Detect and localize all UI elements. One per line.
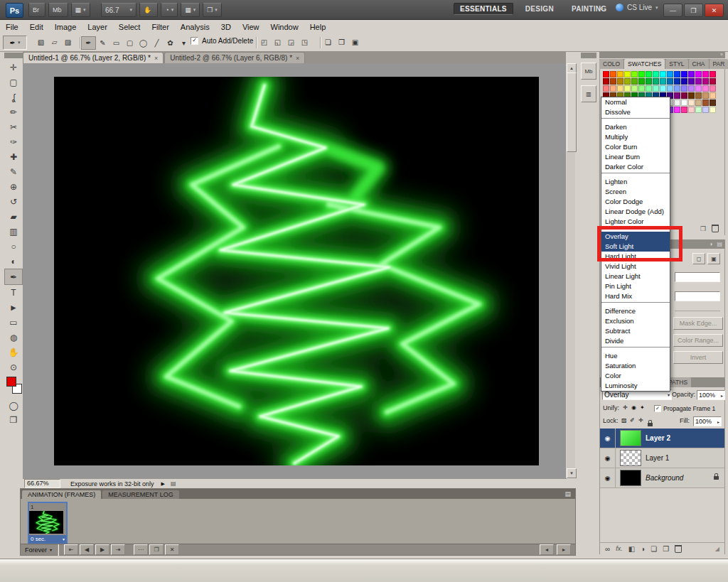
panel-dock-header[interactable]: » (599, 52, 725, 58)
swatch[interactable] (702, 78, 709, 85)
frame-delay-selector[interactable]: 0 sec. ▾ (29, 535, 66, 543)
zoom-level-field[interactable]: 66.7 ▾ (101, 3, 136, 17)
line-shape-icon[interactable]: ╱ (150, 37, 164, 49)
swatch[interactable] (638, 71, 645, 77)
auto-add-delete-checkbox[interactable]: ✓ (191, 37, 198, 45)
swatch[interactable] (638, 78, 645, 85)
dodge-tool[interactable]: ◐ (5, 254, 22, 269)
layer-row-layer-1[interactable]: ◉ Layer 1 (600, 448, 724, 468)
blend-mode-option[interactable]: Darker Color (601, 162, 670, 173)
swatch[interactable] (710, 92, 716, 99)
fill-pixels-icon[interactable]: ▨ (61, 36, 75, 48)
workspace-painting[interactable]: PAINTING (566, 4, 612, 14)
swatch[interactable] (603, 78, 609, 85)
invert-button[interactable]: Invert (673, 351, 723, 364)
shape-options-caret[interactable]: ▾ (177, 37, 191, 49)
doc-tab-untitled-1[interactable]: Untitled-1 @ 66.7% (Layer 2, RGB/8) * × (23, 52, 164, 63)
swatch[interactable] (681, 71, 687, 77)
blend-mode-option[interactable]: Lighten (601, 177, 670, 187)
blend-mode-option[interactable]: Screen (601, 187, 670, 197)
swatch[interactable] (638, 85, 645, 92)
swatch[interactable] (702, 71, 709, 77)
tween-button[interactable]: ⋯ (134, 544, 148, 555)
scroll-down-arrow[interactable]: ▼ (567, 468, 577, 478)
swatch[interactable] (624, 78, 631, 85)
swatch[interactable] (631, 71, 638, 77)
menu-window[interactable]: Window (265, 21, 304, 33)
marquee-tool[interactable]: ▢ (5, 75, 22, 90)
swatch[interactable] (667, 71, 673, 77)
quick-selection-tool[interactable]: ✏ (5, 104, 22, 119)
more-workspaces-button[interactable]: » (599, 4, 603, 12)
close-button[interactable]: ✕ (705, 4, 724, 17)
blend-mode-option[interactable]: Luminosity (601, 381, 670, 391)
blend-mode-option[interactable]: Darken (601, 122, 670, 132)
dock-collapse-bar[interactable] (581, 53, 596, 58)
animation-frame-1[interactable]: 1 0 sec. ▾ (28, 502, 68, 544)
blend-mode-option[interactable]: Multiply (601, 132, 670, 142)
menu-image[interactable]: Image (49, 21, 82, 33)
zoom-percentage-field[interactable]: 66.67% (24, 479, 60, 488)
adjustment-layer-icon[interactable]: ◑ (641, 545, 645, 553)
status-menu-icon[interactable]: ▤ (171, 480, 176, 487)
swatch[interactable] (610, 71, 616, 77)
blend-mode-option[interactable]: Difference (601, 306, 670, 316)
swatch[interactable] (688, 85, 695, 92)
panel-tab-cha[interactable]: CHA (689, 59, 709, 69)
lock-paint-icon[interactable]: ✐ (630, 417, 635, 424)
fill-field[interactable]: 100% ▸ (693, 416, 722, 426)
blend-mode-option[interactable]: Exclusion (601, 316, 670, 326)
vector-mask-button[interactable]: ▣ (707, 253, 720, 264)
rotate-view-button[interactable]: ◔▾ (161, 3, 178, 17)
swatch[interactable] (660, 78, 666, 85)
swatch[interactable] (653, 85, 659, 92)
layer-thumbnail[interactable] (620, 470, 641, 486)
swatch[interactable] (695, 92, 702, 99)
blend-mode-option[interactable]: Linear Burn (601, 152, 670, 162)
first-frame-button[interactable]: ⇤ (64, 544, 78, 555)
swatch[interactable] (667, 85, 673, 92)
healing-brush-tool[interactable]: ✚ (5, 149, 22, 164)
new-layer-icon[interactable]: ❐ (663, 545, 669, 553)
swatch[interactable] (688, 99, 695, 106)
swatch[interactable] (710, 99, 716, 106)
history-brush-tool[interactable]: ↺ (5, 194, 22, 209)
menu-3d[interactable]: 3D (215, 21, 237, 33)
eraser-tool[interactable]: ▰ (5, 209, 22, 224)
tab-measurement-log[interactable]: MEASUREMENT LOG (102, 490, 178, 499)
opacity-field[interactable]: 100% ▸ (697, 390, 725, 400)
menu-select[interactable]: Select (113, 21, 146, 33)
hand-tool[interactable]: ✋ (5, 345, 22, 360)
adjustments-panel-icon[interactable]: ◑ (710, 241, 713, 247)
move-tool[interactable]: ✛ (5, 60, 22, 75)
dock-panel-icon-2[interactable]: ❐ (335, 36, 348, 48)
lock-all-icon[interactable] (648, 423, 653, 426)
app-logo[interactable]: Ps (6, 3, 23, 18)
swatch[interactable] (688, 71, 695, 77)
swatch[interactable] (660, 71, 666, 77)
duplicate-frame-button[interactable]: ❐ (149, 544, 164, 555)
add-path-area-icon[interactable]: ◰ (257, 36, 271, 48)
swatch[interactable] (695, 107, 702, 113)
lasso-tool[interactable]: ʆ (5, 90, 22, 104)
panel-tab-styles[interactable]: STYL (665, 59, 687, 69)
auto-add-delete-option[interactable]: ✓ Auto Add/Delete (191, 37, 253, 45)
canvas-vertical-scrollbar[interactable]: ▲ ▼ (567, 63, 575, 478)
swatch[interactable] (603, 71, 609, 77)
shape-tool[interactable]: ▭ (5, 315, 22, 330)
scrollbar-thumb[interactable] (567, 72, 577, 152)
clone-stamp-tool[interactable]: ⊕ (5, 179, 22, 194)
swatch[interactable] (667, 78, 673, 85)
subtract-path-area-icon[interactable]: ◱ (271, 36, 284, 48)
density-value-field[interactable] (675, 272, 720, 282)
layer-thumbnail[interactable] (620, 430, 641, 446)
swatch[interactable] (710, 85, 716, 92)
panel-menu-icon[interactable]: ▤ (564, 490, 571, 497)
menu-edit[interactable]: Edit (24, 21, 49, 33)
freeform-pen-icon[interactable]: ✎ (96, 37, 109, 49)
mini-bridge-button[interactable]: Mb (48, 3, 68, 17)
swatch[interactable] (688, 92, 695, 99)
swatch[interactable] (681, 107, 687, 113)
play-button[interactable]: ▶ (95, 544, 109, 555)
add-layer-mask-icon[interactable]: ◧ (628, 545, 635, 553)
